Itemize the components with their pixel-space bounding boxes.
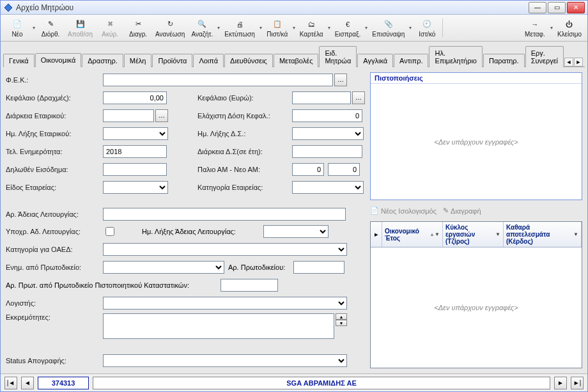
grid-empty-text: <Δεν υπάρχουν εγγραφές>: [371, 247, 582, 368]
nav-last-button[interactable]: ►|: [571, 377, 584, 389]
nav-next-button[interactable]: ►: [554, 377, 567, 389]
toolbar-Ιστ/κό[interactable]: 🕘Ιστ/κό: [413, 16, 441, 40]
close-window-button[interactable]: ✕: [567, 2, 585, 13]
toolbar-Εκτύπωση[interactable]: 🖨Εκτύπωση: [221, 16, 258, 40]
diarkeia-ds-input[interactable]: [292, 145, 362, 158]
eisodima-input[interactable]: [103, 163, 167, 176]
ekkrem-down-button[interactable]: ▼: [336, 320, 347, 326]
window: Αρχείο Μητρώου — ▭ ✕ 📄Νέο▾✎Διόρθ.💾Αποθ/σ…: [0, 0, 588, 392]
toolbar-dropdown[interactable]: ▾: [31, 16, 36, 40]
diarkeia-et-input[interactable]: [103, 109, 154, 122]
delete-balance-label: Διαγραφή: [451, 207, 481, 215]
toolbar-dropdown[interactable]: ▾: [408, 16, 413, 40]
kefalaio-eu-input[interactable]: [292, 91, 351, 104]
record-navigator: |◄ ◄ 374313 SGA ΑΒΡΑΜΙΔΗΣ ΑΕ ► ►|: [1, 373, 587, 391]
katig-select[interactable]: [292, 181, 364, 194]
toolbar-Νέο[interactable]: 📄Νέο: [3, 16, 31, 40]
tab-scroll-right[interactable]: ►: [574, 58, 583, 67]
grid-col-year[interactable]: Οικονομικό Έτος ▴ ▼: [382, 222, 443, 247]
right-pane: Πιστοποιήσεις <Δεν υπάρχουν εγγραφές> 📄 …: [370, 72, 582, 368]
titlebar: Αρχείο Μητρώου — ▭ ✕: [1, 1, 587, 15]
toolbar-dropdown[interactable]: ▾: [549, 16, 554, 40]
toolbar-dropdown[interactable]: ▾: [327, 16, 332, 40]
ar-proto-input[interactable]: [293, 261, 344, 274]
toolbar-Ανανέωση[interactable]: ↻Ανανέωση: [152, 16, 188, 40]
am-new-input[interactable]: [328, 163, 360, 176]
grid-col-profit[interactable]: Καθαρά αποτελεσμάτα (Κέρδος)▼: [504, 222, 582, 247]
toolbar-label: Διόρθ.: [42, 31, 60, 38]
tab-scroll-left[interactable]: ◄: [564, 58, 573, 67]
oaed-select[interactable]: [103, 243, 347, 256]
liksi-adeias-label: Ημ. Λήξης Άδειας Λειτουργίας:: [142, 228, 263, 235]
nav-prev-button[interactable]: ◄: [21, 377, 34, 389]
am-old-input[interactable]: [292, 163, 324, 176]
tel-enim-input[interactable]: [103, 145, 167, 158]
grid-col-turnover[interactable]: Κύκλος εργασιών (Τζίρος)▼: [443, 222, 504, 247]
toolbar-dropdown[interactable]: ▾: [258, 16, 263, 40]
tab-Αντιπρ.[interactable]: Αντιπρ.: [394, 54, 428, 67]
ar-prot-katast-label: Αρ. Πρωτ. από Πρωτοδικείο Πιστοποιητικού…: [6, 281, 220, 289]
Καρτέλα-icon: 🗂: [306, 19, 317, 30]
new-balance-button[interactable]: 📄 Νέος Ισολογισμός: [370, 207, 437, 215]
toolbar-Πιστ/κά[interactable]: 📋Πιστ/κά: [263, 16, 291, 40]
toolbar-dropdown[interactable]: ▾: [216, 16, 221, 40]
ekkrem-textarea[interactable]: [103, 313, 334, 339]
kefalaio-eu-lookup-button[interactable]: …: [352, 91, 365, 104]
toolbar-Αποθ/ση: 💾Αποθ/ση: [65, 16, 96, 40]
toolbar-dropdown[interactable]: ▾: [291, 16, 297, 40]
kefalaio-dr-input[interactable]: [103, 91, 167, 104]
tab-Διευθύνσεις[interactable]: Διευθύνσεις: [224, 54, 273, 67]
ar-prot-katast-input[interactable]: [220, 279, 278, 292]
toolbar-label: Μεταφ.: [525, 31, 545, 38]
eidos-select[interactable]: [103, 181, 168, 194]
status-select[interactable]: [103, 354, 347, 367]
liksi-et-label: Ημ. Λήξης Εταιρικού:: [6, 130, 103, 137]
delete-balance-button[interactable]: ✎ Διαγραφή: [443, 207, 481, 215]
toolbar-dropdown[interactable]: ▾: [364, 16, 369, 40]
diarkeia-et-lookup-button[interactable]: …: [155, 109, 168, 122]
toolbar-Καρτέλα[interactable]: 🗂Καρτέλα: [297, 16, 327, 40]
toolbar-Κλείσιμο[interactable]: ⏻Κλείσιμο: [554, 16, 585, 40]
tab-Παρατηρ.[interactable]: Παρατηρ.: [483, 54, 525, 67]
enim-proto-select[interactable]: [103, 261, 224, 274]
maximize-button[interactable]: ▭: [548, 2, 566, 13]
toolbar-Διαγρ.[interactable]: ✂Διαγρ.: [124, 16, 152, 40]
elax-dosi-label: Ελάχιστη Δόση Κεφαλ.:: [197, 112, 292, 120]
minimize-button[interactable]: —: [529, 2, 546, 13]
record-id: 374313: [38, 377, 89, 389]
ypoxr-checkbox[interactable]: [105, 227, 114, 236]
new-icon: 📄: [370, 207, 379, 215]
fek-lookup-button[interactable]: …: [334, 74, 347, 86]
ar-adeias-input[interactable]: [103, 208, 346, 221]
tab-Λοιπά[interactable]: Λοιπά: [193, 54, 224, 67]
toolbar-Μεταφ.[interactable]: →Μεταφ.: [521, 16, 549, 40]
liksi-ds-select[interactable]: [292, 127, 364, 140]
ekkrem-up-button[interactable]: ▲: [336, 313, 347, 320]
toolbar-Επισύναψη[interactable]: 📎Επισύναψη: [369, 16, 408, 40]
elax-dosi-input[interactable]: [292, 109, 362, 122]
diarkeia-et-label: Διάρκεια Εταιρικού:: [6, 112, 103, 120]
tab-Προϊόντα[interactable]: Προϊόντα: [152, 54, 192, 67]
nav-first-button[interactable]: |◄: [4, 377, 17, 389]
liksi-adeias-select[interactable]: [263, 225, 329, 238]
tab-Εργ. Συνεργεί[interactable]: Εργ. Συνεργεί: [525, 46, 564, 67]
tab-Μεταβολές[interactable]: Μεταβολές: [274, 54, 319, 67]
logistis-label: Λογιστής:: [6, 299, 103, 307]
tab-Οικονομικά[interactable]: Οικονομικά: [35, 53, 82, 67]
toolbar-Εισπραξ.[interactable]: €Εισπραξ.: [332, 16, 364, 40]
logistis-select[interactable]: [103, 297, 347, 310]
tab-Γενικά[interactable]: Γενικά: [3, 54, 35, 67]
tab-Ειδ. Μητρώα[interactable]: Ειδ. Μητρώα: [319, 46, 357, 67]
tab-Μέλη[interactable]: Μέλη: [124, 54, 152, 67]
toolbar-Διόρθ.[interactable]: ✎Διόρθ.: [36, 16, 65, 40]
fek-input[interactable]: [103, 74, 333, 86]
tab-Αγγλικά[interactable]: Αγγλικά: [357, 54, 393, 67]
Μεταφ.-icon: →: [529, 19, 541, 30]
toolbar-Αναζήτ.[interactable]: 🔍Αναζήτ.: [188, 16, 216, 40]
tab-Ηλ. Επιμελητήριο[interactable]: Ηλ. Επιμελητήριο: [429, 46, 483, 67]
liksi-et-select[interactable]: [103, 127, 168, 140]
status-label: Status Απογραφής:: [6, 357, 103, 365]
main-toolbar: 📄Νέο▾✎Διόρθ.💾Αποθ/ση✖Ακύρ.✂Διαγρ.↻Ανανέω…: [1, 15, 587, 42]
toolbar-Ακύρ.: ✖Ακύρ.: [96, 16, 124, 40]
tab-Δραστηρ.[interactable]: Δραστηρ.: [82, 54, 123, 67]
